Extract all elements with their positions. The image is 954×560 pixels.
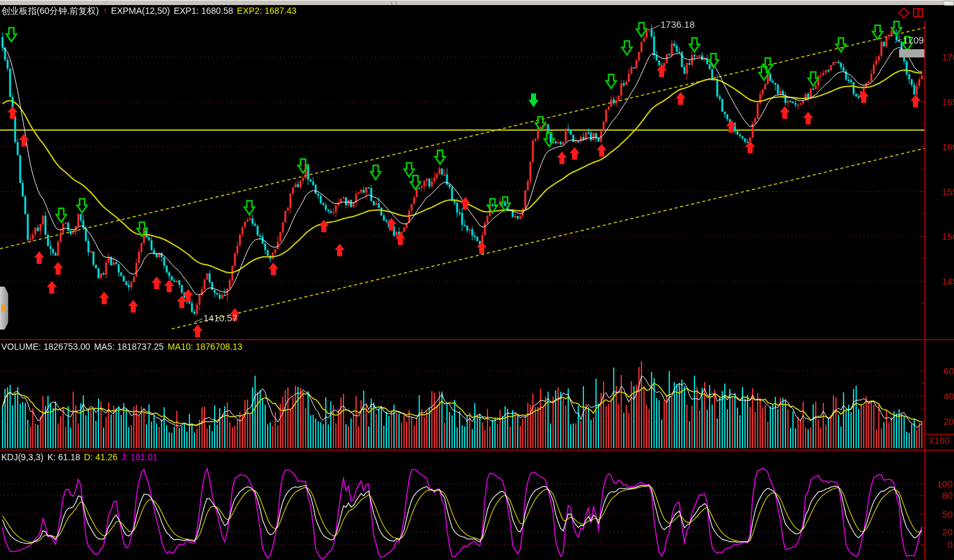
split-window-icon[interactable] <box>913 8 923 17</box>
chart-canvas[interactable] <box>0 0 954 560</box>
kdj-k-value: K: 61.18 <box>47 452 80 462</box>
axis-label: 1600 <box>942 142 954 152</box>
axis-label: 100 <box>934 479 953 489</box>
low-price-annotation: 1410.57 <box>203 313 237 323</box>
kdj-j-value: J: 101.01 <box>121 452 158 462</box>
axis-label: 20 <box>935 417 954 426</box>
kdj-indicator-name: KDJ(9,3,3) <box>1 452 44 462</box>
volume-value: VOLUME: 1826753.00 <box>1 342 90 352</box>
kdj-panel-title: KDJ(9,3,3)K: 61.18D: 41.26J: 101.01 <box>1 452 162 462</box>
kdj-d-value: D: 41.26 <box>84 452 117 462</box>
axis-label: 40 <box>935 391 954 401</box>
exp2-value: EXP2: 1687.43 <box>237 6 296 16</box>
axis-label: 0 <box>934 540 953 549</box>
indicator-name: EXPMA(12,50) <box>111 6 170 16</box>
volume-panel-title: VOLUME: 1826753.00MA5: 1818737.25MA10: 1… <box>1 342 246 352</box>
axis-label: 1450 <box>942 277 954 286</box>
axis-label: 1650 <box>942 97 954 107</box>
axis-label: 1700 <box>942 52 954 62</box>
scrollbar-notch <box>391 1 392 5</box>
symbol-name: 创业板指(60分钟.前复权) <box>1 6 99 16</box>
volume-ma10: MA10: 1876708.13 <box>167 342 242 352</box>
scrollbar-thumb[interactable] <box>943 1 954 6</box>
volume-unit-label: X100 <box>929 436 950 446</box>
axis-label: 1550 <box>942 187 954 196</box>
peak-price-annotation: 1736.18 <box>660 20 695 29</box>
axis-label: 80 <box>934 491 953 500</box>
main-chart-title: 创业板指(60分钟.前复权)↑EXPMA(12,50)EXP1: 1680.58… <box>1 6 301 17</box>
scrollbar-notch <box>396 1 397 5</box>
up-arrow-icon: ↑ <box>103 6 107 16</box>
current-price-tag <box>899 49 924 57</box>
diamond-icon[interactable] <box>898 7 908 17</box>
axis-label: 50 <box>934 509 953 519</box>
horizontal-scrollbar[interactable] <box>0 0 954 5</box>
axis-label: 60 <box>935 366 954 376</box>
exp1-value: EXP1: 1680.58 <box>174 6 233 16</box>
stock-chart-window: 创业板指(60分钟.前复权)↑EXPMA(12,50)EXP1: 1680.58… <box>0 0 954 560</box>
recent-price-annotation: 1709 <box>903 35 924 45</box>
sidebar-expand-tab[interactable] <box>0 287 8 330</box>
volume-ma5: MA5: 1818737.25 <box>94 342 164 352</box>
axis-label: 1500 <box>942 232 954 241</box>
axis-label: 20 <box>934 527 953 537</box>
expand-arrow-icon <box>1 303 7 313</box>
